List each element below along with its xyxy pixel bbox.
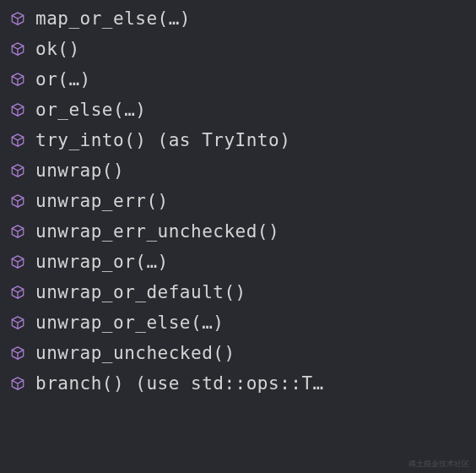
- completion-label: ok(): [35, 39, 80, 59]
- method-icon: [10, 376, 25, 391]
- method-icon: [10, 315, 25, 330]
- method-icon: [10, 254, 25, 269]
- watermark: 稀土掘金技术社区: [408, 459, 469, 470]
- completion-label: try_into() (as TryInto): [35, 130, 290, 150]
- completion-item[interactable]: unwrap_or_else(…): [0, 307, 476, 338]
- method-icon: [10, 224, 25, 239]
- completion-item[interactable]: ok(): [0, 34, 476, 64]
- completion-item[interactable]: try_into() (as TryInto): [0, 125, 476, 155]
- method-icon: [10, 102, 25, 117]
- completion-item[interactable]: unwrap_or(…): [0, 247, 476, 277]
- completion-label: unwrap_unchecked(): [35, 343, 235, 363]
- method-icon: [10, 345, 25, 361]
- method-icon: [10, 163, 25, 178]
- completion-item[interactable]: map_or_else(…): [0, 3, 476, 34]
- completion-item[interactable]: or_else(…): [0, 95, 476, 125]
- method-icon: [10, 193, 25, 209]
- method-icon: [10, 41, 25, 57]
- method-icon: [10, 11, 25, 26]
- completion-label: unwrap_or(…): [35, 252, 169, 272]
- completion-label: unwrap_or_default(): [35, 282, 246, 302]
- completion-label: unwrap_err(): [35, 191, 169, 211]
- completion-item[interactable]: branch() (use std::ops::T…: [0, 368, 476, 399]
- completion-label: unwrap(): [35, 160, 124, 181]
- completion-label: unwrap_or_else(…): [35, 313, 224, 333]
- completion-item[interactable]: unwrap(): [0, 155, 476, 186]
- completion-list: map_or_else(…)ok()or(…)or_else(…)try_int…: [0, 3, 476, 399]
- completion-label: branch() (use std::ops::T…: [35, 373, 324, 394]
- completion-item[interactable]: or(…): [0, 64, 476, 95]
- method-icon: [10, 285, 25, 300]
- completion-label: or(…): [35, 69, 91, 90]
- method-icon: [10, 72, 25, 87]
- completion-label: unwrap_err_unchecked(): [35, 221, 279, 242]
- completion-item[interactable]: unwrap_unchecked(): [0, 338, 476, 368]
- completion-label: or_else(…): [35, 100, 146, 120]
- completion-item[interactable]: unwrap_or_default(): [0, 277, 476, 307]
- completion-item[interactable]: unwrap_err(): [0, 186, 476, 216]
- method-icon: [10, 133, 25, 148]
- completion-label: map_or_else(…): [35, 8, 191, 29]
- completion-item[interactable]: unwrap_err_unchecked(): [0, 216, 476, 247]
